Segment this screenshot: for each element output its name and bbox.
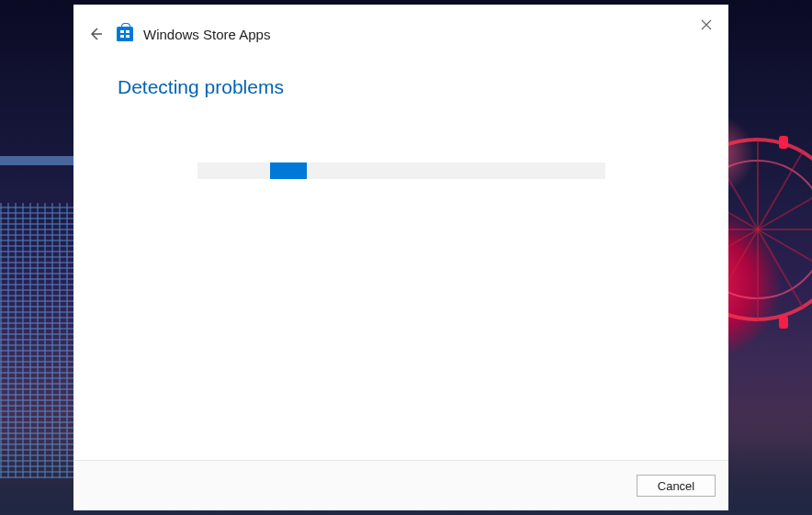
dialog-footer: Cancel bbox=[73, 460, 728, 510]
store-bag-icon bbox=[116, 25, 134, 43]
troubleshooter-dialog: Windows Store Apps Detecting problems Ca… bbox=[73, 5, 728, 510]
progress-bar bbox=[197, 162, 605, 179]
dialog-header: Windows Store Apps bbox=[73, 5, 728, 50]
close-icon bbox=[701, 19, 712, 30]
back-button[interactable] bbox=[85, 23, 107, 45]
dialog-content: Detecting problems bbox=[73, 50, 728, 460]
progress-container bbox=[118, 162, 684, 179]
status-heading: Detecting problems bbox=[118, 76, 684, 98]
cancel-button[interactable]: Cancel bbox=[637, 475, 716, 497]
back-arrow-icon bbox=[87, 26, 104, 42]
progress-fill bbox=[270, 162, 307, 179]
close-button[interactable] bbox=[697, 16, 716, 34]
dialog-title: Windows Store Apps bbox=[143, 27, 270, 42]
